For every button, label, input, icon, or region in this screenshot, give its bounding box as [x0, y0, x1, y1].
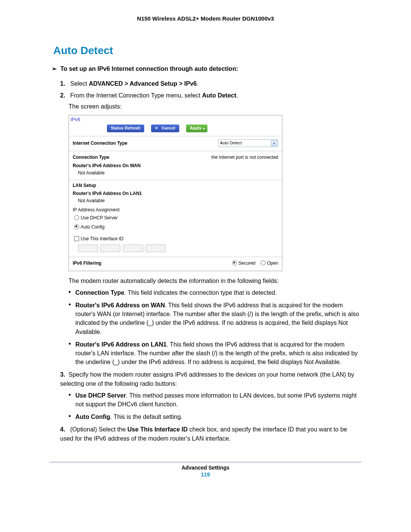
filtering-label: IPv6 Filtering: [73, 260, 101, 267]
step3-text: Specify how the modem router assigns IPv…: [60, 371, 354, 387]
interface-id-fields: :::: [78, 244, 278, 252]
step4-bold: Use This Interface ID: [127, 426, 188, 433]
status-refresh-button[interactable]: Status Refresh: [107, 125, 144, 132]
bullet-wan: Router's IPv6 Address on WAN. This field…: [68, 301, 362, 336]
wan-value: Not Available: [78, 170, 278, 176]
bullet-auto-bold: Auto Config: [75, 414, 110, 420]
chevron-down-icon: ▾: [271, 140, 277, 146]
cancel-button[interactable]: Cancel: [151, 125, 179, 132]
ict-select[interactable]: Auto Detect ▾: [218, 139, 278, 147]
panel-toolbar: Status Refresh Cancel Apply: [69, 123, 282, 136]
after-panel-text: The modem router automatically detects t…: [68, 276, 362, 285]
apply-button[interactable]: Apply: [186, 125, 208, 132]
bullet-dhcp: Use DHCP Server. This method passes more…: [68, 391, 362, 409]
step2-a: From the Internet Connection Type menu, …: [70, 92, 202, 99]
bullet-dhcp-bold: Use DHCP Server: [75, 392, 126, 399]
radio-dhcp[interactable]: [74, 215, 79, 220]
bullet-conn-type-text: . This field indicates the connection ty…: [124, 289, 277, 296]
bullet-auto-text: . This is the default setting.: [110, 414, 183, 420]
bullet-lan-bold: Router's IPv6 Address on LAN1: [75, 341, 167, 348]
ict-value: Auto Detect: [220, 140, 242, 146]
radio-open-label: Open: [267, 260, 278, 266]
conn-type-label: Connection Type: [73, 154, 109, 161]
iface-id-1[interactable]: [78, 244, 98, 252]
step4-a: (Optional) Select the: [70, 426, 127, 433]
iface-id-4[interactable]: [146, 244, 166, 252]
ict-label: Internet Connection Type: [73, 140, 127, 147]
checkbox-interface-id-label: Use This Interface ID: [81, 236, 124, 241]
footer-title: Advanced Settings: [49, 465, 362, 471]
radio-dhcp-label: Use DHCP Server: [81, 215, 118, 220]
radio-open[interactable]: [261, 260, 266, 265]
radio-auto[interactable]: [74, 224, 79, 229]
filtering-options: Secured Open: [232, 260, 278, 267]
step-2: 2. From the Internet Connection Type men…: [60, 91, 362, 366]
ip-assign-label: IP Address Assignment: [73, 207, 278, 213]
lan1-label: Router's IPv6 Address On LAN1: [73, 190, 278, 197]
task-lead-text: To set up an IPv6 Internet connection th…: [60, 66, 238, 72]
bullet-conn-type-bold: Connection Type: [75, 289, 124, 296]
step1-prefix: Select: [70, 80, 89, 87]
bullet-wan-bold: Router's IPv6 Address on WAN: [75, 302, 165, 308]
doc-header: N150 Wireless ADSL2+ Modem Router DGN100…: [49, 15, 362, 22]
section-title: Auto Detect: [49, 45, 362, 57]
wan-label: Router's IPv6 Address On WAN: [73, 163, 278, 169]
step-3: 3.Specify how the modem router assigns I…: [60, 370, 362, 421]
lan-setup-label: LAN Setup: [73, 182, 278, 189]
step-4: 4. (Optional) Select the Use This Interf…: [60, 425, 362, 443]
checkbox-interface-id[interactable]: [74, 236, 79, 241]
task-lead: ➢ To set up an IPv6 Internet connection …: [53, 65, 362, 72]
step2-b: .: [236, 92, 238, 99]
step1-suffix: .: [197, 80, 198, 87]
bullet-lan: Router's IPv6 Address on LAN1. This fiel…: [68, 340, 362, 367]
iface-id-3[interactable]: [123, 244, 143, 252]
radio-secured-label: Secured: [239, 260, 256, 266]
step-1: 1. Select ADVANCED > Advanced Setup > IP…: [60, 79, 362, 88]
step2-bold: Auto Detect: [202, 92, 236, 99]
footer-rule: [49, 462, 362, 462]
lan1-value: Not Available: [78, 198, 278, 204]
step1-path: ADVANCED > Advanced Setup > IPv6: [89, 80, 197, 87]
ipv6-panel: IPv6 Status Refresh Cancel Apply Interne…: [68, 115, 282, 271]
bullet-conn-type: Connection Type. This field indicates th…: [68, 288, 362, 297]
conn-type-value: the Internet port is not connected: [212, 154, 278, 161]
bullet-auto: Auto Config. This is the default setting…: [68, 412, 362, 421]
step2-sub: The screen adjusts:: [68, 102, 362, 111]
panel-title: IPv6: [69, 115, 282, 123]
arrow-icon: ➢: [52, 65, 59, 72]
page-number: 119: [49, 471, 362, 478]
iface-id-2[interactable]: [100, 244, 120, 252]
radio-auto-label: Auto Config: [81, 224, 105, 230]
radio-secured[interactable]: [232, 260, 237, 265]
